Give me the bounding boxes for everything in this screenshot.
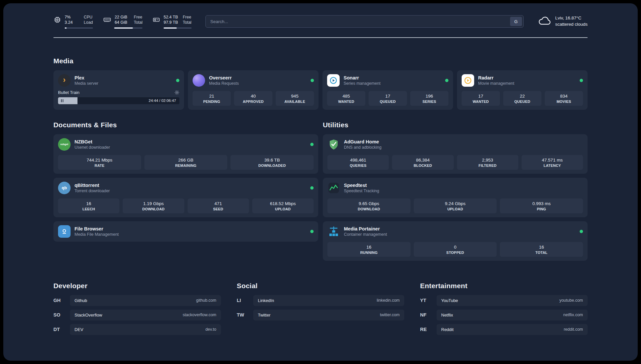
- section-bookmarks: Developer GH Github github.com SO StackO…: [53, 282, 588, 339]
- stat-series: 196 SERIES: [410, 91, 448, 106]
- app-name: Media Portainer: [344, 226, 387, 231]
- stat-total: 16 TOTAL: [500, 242, 583, 257]
- app-subtitle: Media File Management: [75, 232, 119, 237]
- bookmark-link-youtube[interactable]: YouTube youtube.com: [437, 295, 588, 306]
- playback-time: 24:44 / 02:06:47: [149, 99, 176, 103]
- ram-total-value: 64 GiB: [115, 20, 131, 25]
- stat-label: RATE: [59, 164, 140, 167]
- stat-queued: 22 QUEUED: [503, 91, 541, 106]
- app-card-portainer[interactable]: Media Portainer Container management 16 …: [323, 221, 588, 261]
- bookmark-url: github.com: [196, 298, 216, 303]
- stat-label: SERIES: [412, 100, 447, 104]
- stat-label: AVAILABLE: [277, 100, 313, 104]
- stat-label: RUNNING: [329, 251, 409, 255]
- stat-value: 2,953: [458, 158, 517, 163]
- bookmark-row: DT DEV dev.to: [53, 324, 221, 335]
- bookmark-link-netflix[interactable]: Netflix netflix.com: [437, 310, 588, 320]
- playback-progress-bar[interactable]: 24:44 / 02:06:47: [58, 97, 179, 104]
- stat-value: 0.993 ms: [501, 201, 582, 206]
- search-bar: G: [205, 15, 524, 28]
- stat-wanted: 485 WANTED: [327, 91, 365, 106]
- sonarr-icon: [327, 74, 340, 87]
- stat-value: 86,384: [393, 158, 452, 163]
- stat-value: 0: [415, 245, 496, 250]
- stat-label: QUERIES: [329, 164, 387, 167]
- weather-widget[interactable]: Lviv, 16.87°C scattered clouds: [537, 15, 588, 28]
- app-subtitle: Container management: [344, 232, 387, 237]
- app-subtitle: Usenet downloader: [75, 145, 110, 150]
- bookmark-url: stackoverflow.com: [183, 313, 216, 317]
- cpu-load-value: 3.24: [65, 20, 80, 25]
- stat-leech: 16 LEECH: [58, 198, 119, 213]
- dashboard-panel: 7% 3.24 CPU Load: [3, 3, 638, 361]
- disk-icon: [152, 16, 160, 24]
- app-subtitle: Speedtest Tracking: [344, 189, 379, 193]
- status-online-dot: [580, 79, 583, 82]
- bookmark-row: GH Github github.com: [53, 295, 221, 306]
- app-card-filebrowser[interactable]: File Browser Media File Management: [53, 221, 318, 242]
- app-card-nzbget[interactable]: NZBGet Usenet downloader 744.21 Mbps RAT…: [53, 134, 318, 174]
- gear-icon[interactable]: [174, 90, 179, 95]
- stat-value: 618.52 Mbps: [254, 201, 312, 206]
- stat-value: 16: [59, 201, 118, 206]
- bookmark-url: reddit.com: [564, 327, 583, 332]
- stat-value: 744.21 Mbps: [59, 158, 140, 163]
- bookmark-link-github[interactable]: Github github.com: [70, 295, 221, 306]
- bookmark-name: Github: [75, 298, 87, 303]
- bookmark-group-developer: Developer GH Github github.com SO StackO…: [53, 282, 221, 339]
- bookmark-abbr: TW: [237, 312, 248, 318]
- stat-label: REMAINING: [146, 164, 226, 167]
- stat-value: 196: [412, 94, 447, 99]
- stat-queued: 17 QUEUED: [369, 91, 407, 106]
- bookmark-link-dev[interactable]: DEV dev.to: [70, 324, 221, 335]
- stat-value: 498,461: [329, 158, 387, 163]
- bookmark-link-linkedin[interactable]: LinkedIn linkedin.com: [253, 295, 404, 306]
- stat-label: UPLOAD: [415, 207, 496, 211]
- cloud-icon: [537, 16, 551, 27]
- pause-icon[interactable]: [61, 99, 63, 102]
- app-subtitle: Media server: [75, 81, 98, 86]
- disk-free-value: 52.4 TB: [164, 15, 179, 20]
- disk-widget: 52.4 TB 97.9 TB Free Total: [152, 15, 191, 29]
- app-card-plex[interactable]: Plex Media server Bullet Train: [53, 70, 184, 110]
- stat-available: 945 AVAILABLE: [276, 91, 314, 106]
- stat-value: 485: [328, 94, 364, 99]
- app-card-qbittorrent[interactable]: qBittorrent Torrent downloader 16 LEECH: [53, 178, 318, 217]
- disk-label-top: Free: [183, 15, 191, 20]
- app-subtitle: DNS and adblocking: [344, 145, 382, 150]
- section-title-social: Social: [237, 282, 404, 290]
- app-name: qBittorrent: [75, 183, 110, 188]
- section-title-media: Media: [53, 57, 588, 65]
- app-card-overseerr[interactable]: Overseerr Media Requests 21 PENDING 40 A…: [188, 70, 319, 110]
- bookmark-row: YT YouTube youtube.com: [420, 295, 588, 306]
- app-card-radarr[interactable]: Radarr Movie management 17 WANTED 22 QUE…: [457, 70, 588, 110]
- disk-usage-bar: [164, 27, 191, 29]
- bookmark-abbr: YT: [420, 298, 431, 303]
- bookmark-group-social: Social LI LinkedIn linkedin.com TW Twitt…: [237, 282, 404, 324]
- section-title-utilities: Utilities: [323, 121, 588, 129]
- screen-frame: 7% 3.24 CPU Load: [0, 0, 641, 364]
- section-title-developer: Developer: [53, 282, 221, 290]
- cpu-label-bottom: Load: [84, 20, 93, 25]
- stat-value: 17: [370, 94, 406, 99]
- bookmark-link-stackoverflow[interactable]: StackOverflow stackoverflow.com: [70, 310, 221, 320]
- stat-label: WANTED: [463, 100, 499, 104]
- app-card-sonarr[interactable]: Sonarr Series management 485 WANTED 17 Q…: [322, 70, 453, 110]
- section-media: Media Plex Media server Bullet Train: [53, 57, 588, 110]
- stat-download: 1.19 Gbps DOWNLOAD: [123, 198, 184, 213]
- bookmark-link-reddit[interactable]: Reddit reddit.com: [437, 324, 588, 335]
- bookmark-abbr: LI: [237, 298, 248, 303]
- app-card-adguard[interactable]: AdGuard Home DNS and adblocking 498,461 …: [323, 134, 588, 174]
- stat-upload: 9.24 Gbps UPLOAD: [414, 198, 497, 213]
- search-engine-button[interactable]: G: [510, 17, 522, 26]
- bookmark-name: YouTube: [441, 298, 458, 303]
- stat-blocked: 86,384 BLOCKED: [392, 155, 453, 170]
- stat-value: 9.24 Gbps: [415, 201, 496, 206]
- cpu-usage-value: 7%: [65, 15, 80, 20]
- section-middle: Documents & Files NZBGet Usenet download…: [53, 121, 588, 261]
- app-card-speedtest[interactable]: Speedtest Speedtest Tracking 9.65 Gbps D…: [323, 178, 588, 217]
- stat-value: 945: [277, 94, 313, 99]
- bookmark-link-twitter[interactable]: Twitter twitter.com: [253, 310, 404, 320]
- search-input[interactable]: [205, 15, 524, 28]
- app-name: Sonarr: [344, 75, 381, 80]
